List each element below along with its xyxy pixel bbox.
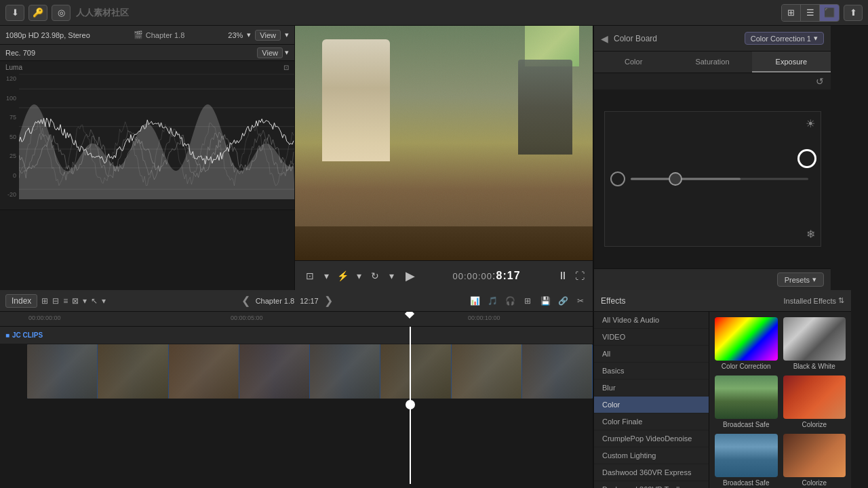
waveform-body: 120 100 75 50 25 0 -20: [0, 74, 294, 199]
close-gap-icon[interactable]: ✂: [574, 296, 587, 306]
list-view-icon[interactable]: ☰: [801, 5, 820, 21]
zoom-dropdown-icon[interactable]: ▾: [247, 30, 251, 39]
cat-color-finale[interactable]: Color Finale: [594, 413, 709, 430]
select-tool-icon[interactable]: ↖: [91, 296, 98, 306]
split-view-icon[interactable]: ⬛: [820, 5, 839, 21]
effect-color-correction[interactable]: Color Correction: [715, 317, 778, 370]
export-icon[interactable]: ⬆: [844, 5, 863, 21]
reset-icon[interactable]: ↺: [816, 76, 824, 87]
view-dropdown-icon[interactable]: ▾: [285, 30, 289, 39]
color-board-canvas: ☀ ❄: [604, 111, 821, 247]
waveform-panel: Luma ⊡ 120 100 75 50 25 0 -20: [0, 61, 294, 210]
highlights-puck[interactable]: [797, 149, 816, 168]
link-icon[interactable]: 🔗: [556, 296, 570, 306]
clip-label-row: ■ JC CLIPS: [0, 327, 593, 344]
time-mark-5: 00:00:05:00: [231, 314, 263, 321]
effects-header: Effects Installed Effects ⇅: [594, 290, 851, 312]
tab-exposure[interactable]: Exposure: [752, 52, 831, 73]
fullscreen-button[interactable]: ⛶: [575, 270, 585, 281]
time-mark-0: 00:00:00:00: [28, 314, 61, 321]
color-board-area[interactable]: ☀ ❄: [594, 89, 831, 268]
save-icon[interactable]: 💾: [538, 296, 552, 306]
effect-broadcast-safe[interactable]: Broadcast Safe: [715, 375, 778, 428]
trim-tool-icon[interactable]: ⚡: [336, 270, 349, 281]
clip-appear-icon[interactable]: ⊞: [41, 296, 48, 306]
top-bar-icons: ⬇ 🔑 ◎: [5, 5, 71, 21]
audio-expand-icon[interactable]: 🎵: [486, 296, 499, 306]
app-layout: ⬇ 🔑 ◎ 人人素材社区 ⊞ ☰ ⬛ ⬆ 1080p HD 23.98: [0, 0, 868, 488]
clip-options-dropdown[interactable]: ▾: [83, 296, 87, 306]
headphone-icon[interactable]: 🎧: [503, 296, 517, 306]
play-button[interactable]: ▶: [403, 268, 417, 283]
effect-black-white[interactable]: Black & White: [783, 317, 846, 370]
roles-icon[interactable]: ≡: [63, 296, 68, 306]
playhead-circle[interactable]: [406, 400, 415, 409]
cat-blur[interactable]: Blur: [594, 380, 709, 396]
clip-filmstrip[interactable]: [27, 344, 593, 399]
film-thumb-4: [239, 344, 310, 399]
cat-crumplepop[interactable]: CrumplePop VideoDenoise: [594, 430, 709, 447]
key-icon[interactable]: 🔑: [28, 5, 47, 21]
transform-dropdown-icon[interactable]: ▾: [384, 270, 398, 281]
rec-info-label: Rec. 709: [5, 49, 35, 57]
colorize-thumb: [783, 375, 846, 419]
y-75: 75: [0, 114, 16, 121]
clip-heights-icon[interactable]: ⊠: [72, 296, 79, 306]
effect-broadcast-safe-2[interactable]: Broadcast Safe: [715, 434, 778, 487]
color-board-footer: Presets ▾: [594, 268, 831, 290]
cat-video[interactable]: VIDEO: [594, 329, 709, 346]
cat-dashwood-360[interactable]: Dashwood 360VR Express: [594, 464, 709, 481]
rec-view-dropdown[interactable]: ▾: [285, 48, 289, 57]
pause-button[interactable]: ⏸: [556, 270, 570, 282]
waveform-column: 1080p HD 23.98p, Stereo 🎬 Chapter 1.8 23…: [0, 26, 295, 290]
cat-dashwood-360-toolbox[interactable]: Dashwood 360VR Toolbox: [594, 481, 709, 488]
transform-icon[interactable]: ↻: [368, 270, 382, 281]
effect-colorize[interactable]: Colorize: [783, 375, 846, 428]
black-white-thumb: [783, 317, 846, 361]
audio-waveform-icon[interactable]: ⊟: [52, 296, 59, 306]
color-correction-badge[interactable]: Color Correction 1 ▾: [745, 32, 824, 45]
effect-colorize-2[interactable]: Colorize: [783, 434, 846, 487]
color-board-back-arrow[interactable]: ◀: [601, 33, 608, 44]
index-button[interactable]: Index: [5, 294, 37, 308]
cat-all[interactable]: All: [594, 346, 709, 363]
chapter-icon: 🎬: [134, 30, 143, 39]
broadcast-safe-name: Broadcast Safe: [715, 421, 778, 428]
presets-button[interactable]: Presets ▾: [777, 272, 824, 287]
grid-view-icon[interactable]: ⊞: [782, 5, 801, 21]
audio-meter-icon[interactable]: 📊: [468, 296, 481, 306]
view-button[interactable]: View: [255, 30, 281, 41]
chapter-text: Chapter 1.8: [146, 31, 184, 39]
tab-color[interactable]: Color: [594, 52, 673, 73]
next-chapter-btn[interactable]: ❯: [324, 294, 333, 307]
cat-basics[interactable]: Basics: [594, 363, 709, 380]
import-icon[interactable]: ⬇: [5, 5, 24, 21]
prev-chapter-btn[interactable]: ❮: [241, 294, 250, 307]
tab-color-label: Color: [625, 58, 642, 66]
multicam-icon[interactable]: ⊞: [521, 296, 534, 306]
left-column: 1080p HD 23.98p, Stereo 🎬 Chapter 1.8 23…: [0, 26, 593, 488]
waveform-canvas: [19, 74, 294, 199]
snowflake-icon: ❄: [806, 228, 815, 241]
clip-label-text: JC CLIPS: [12, 331, 43, 339]
crop-dropdown-icon[interactable]: ▾: [319, 270, 333, 281]
film-thumb-6: [380, 344, 451, 399]
tab-saturation[interactable]: Saturation: [673, 52, 751, 73]
ctrl-group-left: ⊡ ▾ ⚡ ▾ ↻ ▾: [303, 270, 398, 281]
rec-view-btn[interactable]: View: [257, 47, 283, 58]
midtones-puck[interactable]: [669, 172, 682, 186]
shadows-puck[interactable]: [610, 171, 625, 186]
y-120: 120: [0, 75, 16, 82]
sync-icon[interactable]: ◎: [52, 5, 71, 21]
crop-tool-icon[interactable]: ⊡: [303, 270, 317, 281]
cat-custom-lighting[interactable]: Custom Lighting: [594, 447, 709, 464]
figure-1: [322, 39, 390, 161]
select-dropdown[interactable]: ▾: [102, 296, 106, 306]
color-correction-label: Color Correction 1: [751, 35, 811, 43]
cat-color[interactable]: Color: [594, 396, 709, 413]
timecode-start: 00:00:00: [452, 271, 492, 281]
installed-sort-icon[interactable]: ⇅: [838, 296, 844, 305]
trim-dropdown-icon[interactable]: ▾: [352, 270, 366, 281]
cat-all-video-audio[interactable]: All Video & Audio: [594, 312, 709, 329]
waveform-scope-icon[interactable]: ⊡: [283, 64, 289, 71]
